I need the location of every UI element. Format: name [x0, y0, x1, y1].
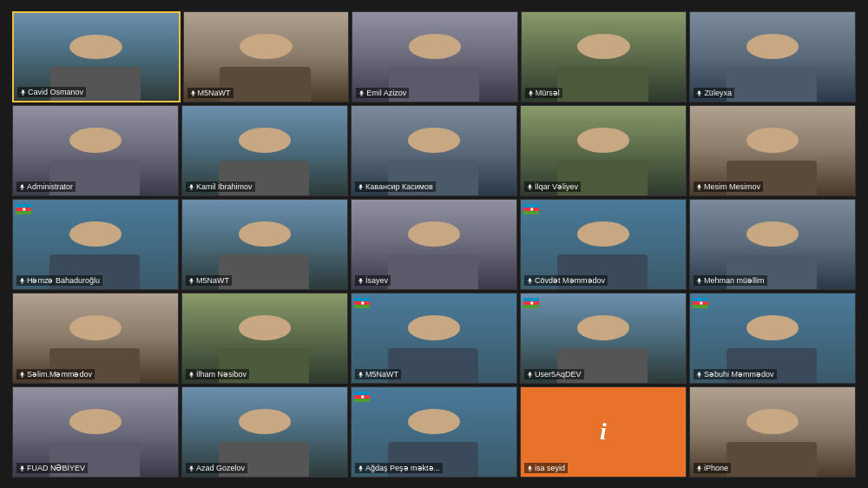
video-tile-hemze[interactable]: Həmzə Bahaduroğlu — [12, 199, 179, 290]
mic-icon-isayev — [358, 277, 364, 283]
mic-icon-ilham — [188, 371, 194, 377]
svg-rect-83 — [693, 305, 708, 308]
video-tile-cavid[interactable]: Cavid Osmanov — [12, 11, 181, 102]
video-row-2: Həmzə Bahaduroğlu M5NaWT — [12, 199, 856, 290]
mic-icon-m5nawt3 — [358, 371, 364, 377]
name-label-iphone: iPhone — [694, 463, 731, 473]
flag-hemze — [16, 202, 31, 213]
video-tile-sebuhi[interactable]: Səbuhi Məmmədov — [689, 293, 856, 384]
video-grid: Cavid Osmanov M5NaWT — [9, 8, 859, 481]
name-label-emil: Emil Azizov — [356, 88, 409, 98]
video-tile-agdas[interactable]: Ağdaş Peşə məktə... — [351, 386, 517, 478]
mic-icon-zuleyxa — [696, 89, 702, 96]
mic-icon-kamil — [188, 183, 194, 189]
name-label-kavasir: Кавансир Касимов — [355, 181, 436, 192]
video-tile-m5nawt2[interactable]: M5NaWT — [181, 199, 348, 290]
name-label-covdet: Cövdət Məmmədov — [524, 275, 608, 286]
name-label-zuleyxa: Züleyxa — [694, 88, 734, 98]
video-tile-fuad[interactable]: FUAD NƏBİYEV — [12, 386, 179, 478]
svg-rect-87 — [698, 372, 700, 375]
video-tile-emil[interactable]: Emil Azizov — [352, 11, 518, 102]
video-tile-ilham[interactable]: İlham Nəsibov — [181, 293, 348, 384]
mic-icon-mursel — [528, 89, 534, 96]
name-label-agdas: Ağdaş Peşə məktə... — [355, 463, 443, 473]
svg-rect-72 — [523, 298, 539, 301]
name-label-sebuhi: Səbuhi Məmmədov — [694, 369, 777, 379]
mic-icon-m5nawt1 — [190, 89, 196, 96]
flag-covdet — [523, 202, 539, 213]
video-tile-covdet[interactable]: Cövdət Məmmədov — [520, 199, 687, 290]
video-row-3: Səlim.Məmmədov İlham Nəsibov — [12, 293, 856, 384]
svg-rect-39 — [190, 278, 193, 281]
mic-icon-ilqar — [527, 183, 533, 189]
video-tile-zuleyxa[interactable]: Züleyxa — [689, 11, 856, 102]
svg-rect-18 — [190, 184, 193, 188]
svg-rect-57 — [21, 372, 23, 375]
video-row-0: Cavid Osmanov M5NaWT — [12, 11, 856, 102]
svg-rect-27 — [698, 184, 700, 188]
svg-rect-12 — [699, 90, 701, 94]
svg-rect-102 — [359, 465, 362, 469]
svg-rect-69 — [359, 372, 362, 375]
svg-rect-63 — [354, 298, 370, 301]
video-tile-m5nawt1[interactable]: M5NaWT — [183, 11, 350, 102]
mic-icon-fuad — [19, 465, 25, 471]
video-row-4: FUAD NƏBİYEV Azad Gozelov — [12, 386, 856, 478]
video-tile-iphone[interactable]: iPhone — [689, 386, 856, 478]
name-label-m5nawt1: M5NaWT — [187, 88, 233, 98]
svg-rect-24 — [529, 184, 531, 188]
mic-icon-cavid — [20, 89, 26, 95]
svg-rect-3 — [192, 90, 194, 94]
mic-icon-kavasir — [358, 183, 364, 189]
name-label-cavid: Cavid Osmanov — [17, 87, 86, 97]
svg-rect-74 — [523, 305, 539, 308]
svg-rect-42 — [359, 278, 362, 281]
name-label-selim: Səlim.Məmmədov — [16, 369, 95, 379]
mic-icon-covdet — [527, 277, 533, 283]
video-tile-isayev[interactable]: İsayev — [351, 199, 517, 290]
video-tile-ilqar[interactable]: İlqar Vəliyev — [520, 105, 687, 196]
video-tile-mursel[interactable]: Mürsəl — [521, 11, 687, 102]
svg-point-100 — [361, 395, 364, 398]
video-tile-azad[interactable]: Azad Gozelov — [181, 386, 348, 478]
name-label-fuad: FUAD NƏBİYEV — [16, 463, 88, 473]
video-tile-selim[interactable]: Səlim.Məmmədov — [12, 293, 179, 384]
svg-rect-105 — [529, 465, 531, 469]
name-label-kamil: Kamil İbrahimov — [186, 181, 255, 192]
name-label-isayev: İsayev — [355, 275, 391, 286]
video-tile-isa[interactable]: i isa seyid — [520, 386, 687, 478]
svg-rect-60 — [190, 372, 193, 375]
svg-point-76 — [530, 301, 533, 304]
mic-icon-azad — [188, 465, 194, 471]
mic-icon-admin — [19, 183, 25, 189]
video-tile-mesim[interactable]: Mesim Mesimov — [689, 105, 856, 196]
svg-rect-54 — [698, 278, 700, 281]
name-label-admin: Administrator — [16, 181, 76, 192]
svg-rect-21 — [359, 184, 362, 188]
name-label-mehman: Mehman müəllim — [694, 275, 767, 286]
video-tile-m5nawt3[interactable]: M5NaWT — [351, 293, 517, 384]
svg-rect-36 — [21, 278, 23, 281]
svg-point-34 — [23, 208, 25, 210]
mic-icon-m5nawt2 — [188, 277, 194, 283]
svg-rect-93 — [190, 465, 193, 469]
video-tile-kamil[interactable]: Kamil İbrahimov — [181, 105, 348, 196]
flag-agdas — [354, 390, 370, 400]
video-tile-admin[interactable]: Administrator — [12, 105, 179, 196]
svg-rect-32 — [16, 211, 31, 214]
svg-rect-45 — [523, 204, 539, 208]
video-tile-user5aq[interactable]: User5AqDEV — [520, 293, 687, 384]
mic-icon-user5aq — [527, 371, 533, 377]
svg-rect-98 — [354, 399, 370, 402]
svg-rect-78 — [529, 372, 531, 375]
video-tile-kavasir[interactable]: Кавансир Касимов — [351, 105, 517, 196]
svg-rect-81 — [693, 298, 708, 301]
svg-rect-0 — [22, 89, 24, 93]
flag-sebuhi — [693, 296, 708, 307]
name-label-hemze: Həmzə Bahaduroğlu — [16, 275, 102, 286]
name-label-isa: isa seyid — [524, 463, 568, 473]
video-tile-mehman[interactable]: Mehman müəllim — [689, 199, 856, 290]
svg-rect-51 — [529, 278, 531, 281]
svg-point-67 — [361, 301, 364, 304]
mic-icon-iphone — [696, 465, 702, 471]
